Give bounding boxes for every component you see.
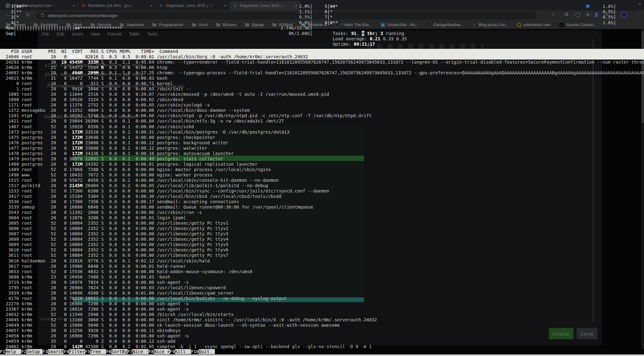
process-row[interactable]: 1391 ntpd 20 0 19192 5748 S 0.0 0.0 0:00… xyxy=(0,113,644,118)
cpu-3-meter: 3[*0.5%] xyxy=(6,14,312,20)
htop-terminal: 1[##**2.6%] 2[**1.1%] 3[*0.5%] 4[*0.6%]M… xyxy=(0,0,644,356)
process-row[interactable]: 23367 kr0m 25 0 16816 7280 S 0.0 0.0 0:0… xyxy=(0,307,644,312)
process-row[interactable]: 24615 kr0m 31 0 16472 7744 S 0.1 0.0 0:0… xyxy=(0,76,644,81)
fkey-tree[interactable]: F5Tree xyxy=(85,349,106,354)
process-row[interactable]: 24032 kr0m 52 0 11540 2948 S 0.0 0.0 0:0… xyxy=(0,312,644,317)
cpu-6-meter: 6[*0.5%] xyxy=(319,9,616,14)
fkey-sortby[interactable]: F6SortBy xyxy=(106,349,127,354)
process-row[interactable]: 1 root 20 0 9916 1048 S 0.0 0.0 0:00.03 … xyxy=(0,86,644,92)
process-row[interactable]: 24097 kr0m 20 0 494M 299M S 0.1 1.8 0:17… xyxy=(0,70,644,76)
process-row[interactable]: 3939 kr0m 20 0 14696 4508 S 0.0 0.0 0:01… xyxy=(0,290,644,296)
process-row[interactable]: 24057 kr0m 30 0 13256 3920 S 0.0 0.0 0:0… xyxy=(0,328,644,333)
process-row[interactable]: 1480 postgres 20 0 172M 24292 S 0.0 0.1 … xyxy=(0,162,644,167)
mem-meter: Mem[||||||||||||||||||||||##************… xyxy=(6,26,312,31)
process-row[interactable]: 1098 root 20 0 10520 1524 S 0.0 0.0 0:00… xyxy=(0,97,644,102)
process-row[interactable]: 3610 root 52 0 10884 2352 S 0.0 0.0 0:00… xyxy=(0,247,644,253)
process-table-header[interactable]: PID USER PRI NI VIRT RES S CPU% MEM% TIM… xyxy=(0,49,644,54)
process-row[interactable]: 1421 root 20 0 29844 20384 S 0.0 0.1 0:0… xyxy=(0,118,644,124)
process-row[interactable]: 24059 kr0m 35 0 0 0 Z 0.0 0.0 0:00.12 ss… xyxy=(0,339,644,344)
process-row[interactable]: 3611 root 52 0 10884 2352 S 0.0 0.0 0:00… xyxy=(0,253,644,258)
process-row[interactable]: 22270 kr0m 20 0 16908 7296 S 0.0 0.0 0:0… xyxy=(0,301,644,307)
fkey-quit[interactable]: F10Quit xyxy=(191,349,215,354)
process-row[interactable]: 24062 kr0m 20 0 142M 41508 S 0.0 0.2 0:0… xyxy=(0,344,644,349)
process-row[interactable]: 1477 postgres 20 0 172M 23600 S 0.0 0.1 … xyxy=(0,146,644,151)
process-row[interactable]: 24045 kr0m 52 0 13100 3860 S 0.0 0.0 0:0… xyxy=(0,317,644,323)
process-row[interactable]: 1489 root 52 0 17868 7208 S 0.0 0.0 0:00… xyxy=(0,167,644,172)
process-row[interactable]: 3653 root 52 0 15536 4832 S 0.0 0.0 0:00… xyxy=(0,269,644,274)
cpu-7-meter: 7[*0.5%] xyxy=(319,14,616,20)
process-row[interactable]: 24620 kr0m 21 0 14972 5504 R 0.3 0.0 0:0… xyxy=(0,65,644,70)
cpu-4-meter: 4[*0.6%] xyxy=(6,20,312,26)
uptime-line: Uptime: 09:21:17 xyxy=(319,36,375,42)
process-row[interactable]: 3604 root 20 0 12076 3208 S 0.0 0.0 0:00… xyxy=(0,215,644,221)
fkey-help[interactable]: F1Help xyxy=(0,349,21,354)
process-row[interactable]: 1479 postgres 20 0 30976 12692 S 0.0 0.1… xyxy=(0,156,644,162)
fkey-nice-[interactable]: F7Nice - xyxy=(127,349,148,354)
process-row[interactable]: 3606 root 52 0 10884 2352 S 0.0 0.0 0:00… xyxy=(0,226,644,231)
htop-function-key-bar: F1Help F2Setup F3SearchF4FilterF5Tree F6… xyxy=(0,349,644,354)
cpu-8-meter: 8[#**1.6%] xyxy=(319,20,616,26)
process-row[interactable]: 4176 root 20 0 76220 18652 S 0.0 0.1 0:0… xyxy=(0,296,644,301)
process-row[interactable]: 0 root -16 0 0 912 S 0.0 0.0 0:40.71 ker… xyxy=(0,81,644,86)
process-row[interactable]: 1475 postgres 20 0 172M 23648 S 0.0 0.1 … xyxy=(0,135,644,140)
fkey-filter[interactable]: F4Filter xyxy=(64,349,85,354)
process-row[interactable]: 3608 root 52 0 10884 2352 S 0.0 0.0 0:00… xyxy=(0,237,644,242)
process-row[interactable]: 24058 kr0m 20 0 16908 7296 S 0.0 0.0 0:0… xyxy=(0,333,644,339)
process-row[interactable]: 3539 smmsp 20 0 16680 6848 S 0.0 0.0 0:0… xyxy=(0,204,644,210)
process-row[interactable]: 24046 root 20 0 24.7G 82616 S 0.5 0.5 0:… xyxy=(0,54,644,60)
process-row[interactable]: 1490 www 52 0 18432 7672 S 0.0 0.0 0:00.… xyxy=(0,172,644,178)
process-row[interactable]: 3795 root 20 0 26904 7824 S 0.0 0.0 0:00… xyxy=(0,285,644,290)
cpu-2-meter: 2[**1.1%] xyxy=(6,9,312,14)
process-row[interactable]: 1476 postgres 20 0 172M 23600 S 0.0 0.1 … xyxy=(0,140,644,146)
process-row[interactable]: 3607 root 52 0 10884 2352 S 0.0 0.0 0:00… xyxy=(0,231,644,237)
process-row[interactable]: 1478 postgres 20 0 172M 24336 S 0.0 0.1 … xyxy=(0,151,644,156)
process-row[interactable]: 1533 root 52 0 17160 6208 S 0.0 0.0 0:00… xyxy=(0,188,644,194)
process-row[interactable]: 3536 root 20 0 17300 7356 S 0.0 0.0 0:00… xyxy=(0,199,644,204)
fkey-nice-[interactable]: F8Nice + xyxy=(148,349,170,354)
process-row[interactable]: 1473 postgres 20 0 172M 23520 S 0.0 0.1 … xyxy=(0,129,644,135)
process-row[interactable]: 24293 kr0m 30 10 4545M 333M S 0.3 2.1 0:… xyxy=(0,60,644,65)
process-row[interactable]: 3543 root 20 0 11392 2660 S 0.0 0.0 0:00… xyxy=(0,210,644,215)
process-row[interactable]: 1467 root 52 0 19920 8356 S 0.0 0.1 0:00… xyxy=(0,124,644,129)
process-row[interactable]: 3616 haldaemon 20 0 22816 9776 S 0.0 0.1… xyxy=(0,258,644,264)
cpu-1-meter: 1[##**2.6%] xyxy=(6,4,312,9)
fkey-kill[interactable]: F9Kill xyxy=(170,349,191,354)
fkey-search[interactable]: F3Search xyxy=(42,349,64,354)
process-row[interactable]: 3605 root 52 0 10884 2352 S 0.0 0.0 0:00… xyxy=(0,221,644,226)
cpu-5-meter: 5[##*1.6%] xyxy=(319,4,616,9)
process-row[interactable]: 1372 messagebu 20 0 13252 4004 S 0.0 0.0… xyxy=(0,108,644,113)
process-row[interactable]: 1171 root 20 0 11376 2752 S 0.0 0.0 0:00… xyxy=(0,102,644,108)
process-row[interactable]: 1517 polkitd 20 0 2145M 26404 S 0.0 0.2 … xyxy=(0,183,644,188)
process-row[interactable]: 3417 root 20 0 15104 5304 S 0.0 0.0 0:00… xyxy=(0,194,644,199)
process-row[interactable]: 1085 root 20 0 11044 2516 S 0.0 0.0 0:39… xyxy=(0,92,644,97)
load-average-line: Load average: 0.21 0.33 0.35 xyxy=(319,31,407,36)
fkey-setup[interactable]: F2Setup xyxy=(21,349,42,354)
process-row[interactable]: 24049 kr0m 52 0 15088 5040 S 0.0 0.0 0:0… xyxy=(0,323,644,328)
process-row[interactable]: 1515 root 20 0 55072 8456 S 0.0 0.1 0:00… xyxy=(0,178,644,183)
process-row[interactable]: 3688 kr0m 23 0 16456 7480 S 0.0 0.0 0:00… xyxy=(0,274,644,280)
swp-meter: Swp[0K/2.00G] xyxy=(6,31,312,36)
process-row[interactable]: 3609 root 52 0 10884 2352 S 0.0 0.0 0:00… xyxy=(0,242,644,247)
tasks-line: Tasks: 91, 0 thr; 3 running xyxy=(319,26,404,31)
bottom-edge-strip xyxy=(0,354,644,356)
process-row[interactable]: 3617 root 20 0 19980 6848 S 0.0 0.0 0:00… xyxy=(0,264,644,269)
process-row[interactable]: 3719 kr0m 20 0 16976 7024 S 0.0 0.0 0:00… xyxy=(0,280,644,285)
